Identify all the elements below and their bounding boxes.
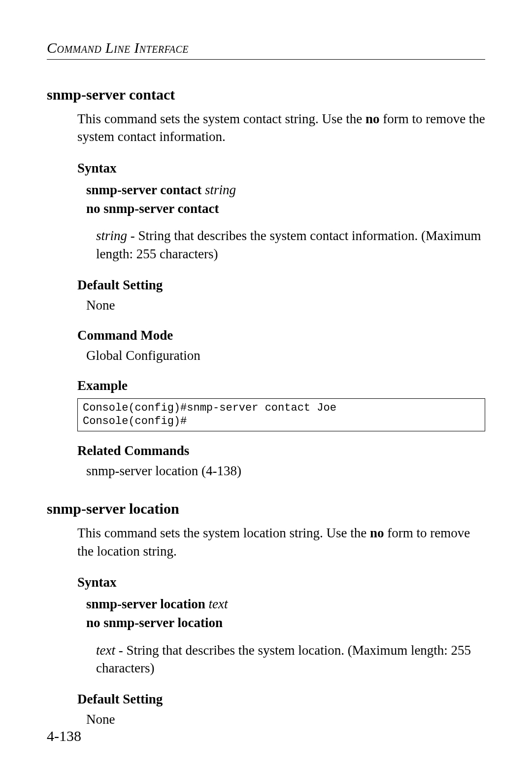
syntax-cmd: snmp-server location (86, 597, 205, 611)
syntax-no: no snmp-server contact (86, 200, 485, 218)
syntax-label: Syntax (77, 575, 485, 590)
running-header: Command Line Interface (47, 39, 485, 56)
intro-paragraph: This command sets the system location st… (77, 524, 485, 560)
param-desc: text - String that describes the system … (96, 641, 485, 677)
intro-pre: This command sets the system location st… (77, 526, 370, 540)
example-box: Console(config)#snmp-server contact Joe … (77, 398, 485, 431)
intro-bold: no (370, 526, 384, 540)
page: Command Line Interface snmp-server conta… (0, 0, 532, 774)
syntax-cmd: snmp-server contact (86, 182, 201, 197)
default-label: Default Setting (77, 692, 485, 707)
command-title: snmp-server location (47, 500, 485, 517)
example-label: Example (77, 378, 485, 393)
header-rule (47, 59, 485, 60)
related-value: snmp-server location (4-138) (86, 463, 485, 479)
syntax-block: snmp-server contact string no snmp-serve… (86, 181, 485, 218)
param-name: text (96, 643, 115, 658)
mode-label: Command Mode (77, 328, 485, 343)
page-number: 4-138 (47, 728, 81, 744)
syntax-block: snmp-server location text no snmp-server… (86, 595, 485, 633)
param-rest: - String that describes the system conta… (96, 228, 481, 261)
intro-pre: This command sets the system contact str… (77, 111, 366, 126)
param-name: string (96, 228, 127, 243)
syntax-arg: string (205, 182, 236, 197)
intro-bold: no (366, 111, 380, 126)
param-rest: - String that describes the system locat… (96, 643, 471, 675)
default-value: None (86, 712, 485, 727)
mode-value: Global Configuration (86, 348, 485, 363)
default-label: Default Setting (77, 278, 485, 293)
default-value: None (86, 298, 485, 313)
related-label: Related Commands (77, 443, 485, 458)
intro-paragraph: This command sets the system contact str… (77, 110, 485, 146)
command-title: snmp-server contact (47, 86, 485, 103)
syntax-no: no snmp-server location (86, 614, 485, 633)
syntax-arg: text (208, 597, 228, 611)
param-desc: string - String that describes the syste… (96, 227, 485, 263)
syntax-label: Syntax (77, 161, 485, 176)
